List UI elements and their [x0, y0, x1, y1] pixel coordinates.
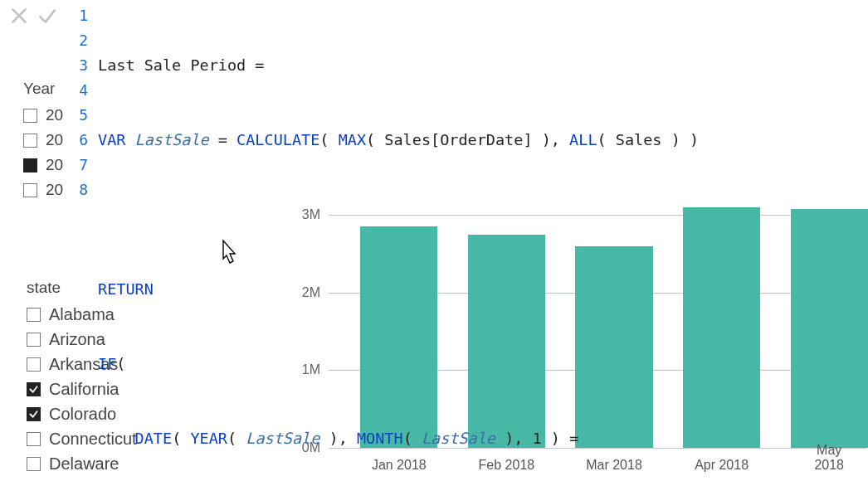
state-option-label: Arizona	[49, 330, 105, 349]
checkbox-icon[interactable]	[27, 407, 41, 421]
x-axis-label: May 2018	[811, 443, 848, 473]
line-gutter: 1 2 3 4 5 6 7 8	[73, 3, 88, 202]
dax-code[interactable]: Last Sale Period = VAR LastSale = CALCUL…	[98, 3, 791, 481]
measure-name: Last Sale Period	[98, 56, 246, 74]
formula-bar[interactable]: 1 2 3 4 5 6 7 8 Last Sale Period = VAR L…	[0, 0, 868, 207]
checkbox-icon[interactable]	[27, 382, 41, 396]
cancel-icon[interactable]	[8, 5, 30, 30]
checkbox-icon[interactable]	[27, 457, 41, 471]
checkbox-icon[interactable]	[27, 308, 41, 322]
checkbox-icon[interactable]	[27, 333, 41, 347]
checkbox-icon[interactable]	[27, 432, 41, 446]
chart-bar[interactable]	[791, 209, 868, 448]
checkbox-icon[interactable]	[27, 357, 41, 372]
commit-icon[interactable]	[37, 5, 58, 30]
pointer-cursor-icon	[216, 239, 239, 270]
